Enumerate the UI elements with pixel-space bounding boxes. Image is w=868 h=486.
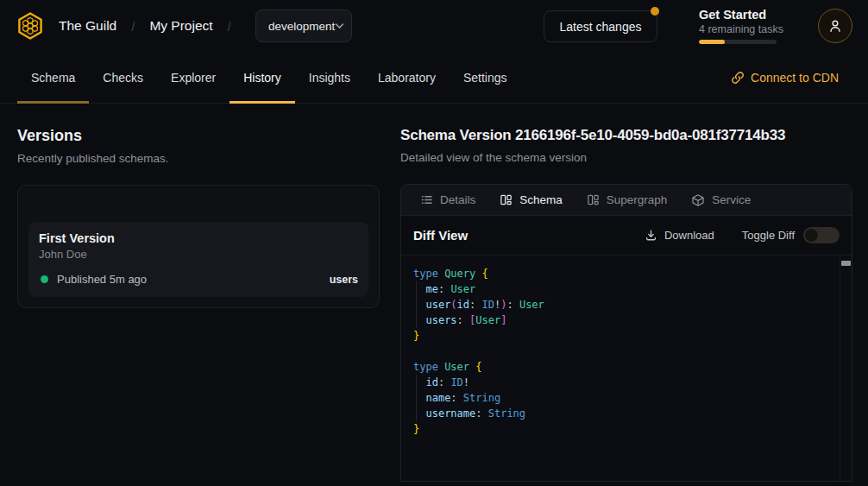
version-detail-card: DetailsSchemaSupergraphService Diff View… xyxy=(400,184,852,482)
nav-tab-label: History xyxy=(243,71,281,85)
get-started-subtitle: 4 remaining tasks xyxy=(699,23,783,35)
code-line xyxy=(413,344,829,359)
get-started-widget[interactable]: Get Started 4 remaining tasks xyxy=(699,8,783,44)
service-name-badge: users xyxy=(330,274,358,286)
breadcrumb-org[interactable]: The Guild xyxy=(59,18,116,34)
versions-panel: Versions Recently published schemas. Fir… xyxy=(17,104,380,308)
connect-cdn-label: Connect to CDN xyxy=(751,71,839,85)
versions-subtitle: Recently published schemas. xyxy=(17,152,380,165)
diff-view-header: Diff View Download Toggle Diff xyxy=(401,216,852,256)
primary-nav-items: SchemaChecksExplorerHistoryInsightsLabor… xyxy=(17,52,521,104)
detail-tab-label: Service xyxy=(712,193,751,206)
columns-icon xyxy=(587,193,600,206)
published-status-dot xyxy=(41,275,48,283)
code-line: } xyxy=(413,421,829,437)
toggle-diff-label: Toggle Diff xyxy=(742,229,795,242)
nav-tab-label: Insights xyxy=(309,71,350,85)
app-header: The Guild / My Project / development Lat… xyxy=(0,0,868,52)
toggle-diff-switch[interactable] xyxy=(803,227,840,243)
nav-tab-schema[interactable]: Schema xyxy=(17,52,89,104)
download-icon xyxy=(645,229,657,242)
code-lines: type Query { me: User user(id: ID!): Use… xyxy=(401,256,852,447)
version-author: John Doe xyxy=(39,248,358,261)
person-icon xyxy=(827,18,843,34)
list-icon xyxy=(420,193,433,206)
version-list: First VersionJohn DoePublished 5m agouse… xyxy=(28,222,368,297)
code-line: } xyxy=(413,328,829,344)
versions-card: First VersionJohn DoePublished 5m agouse… xyxy=(17,185,380,308)
code-line: name: String xyxy=(413,390,829,406)
breadcrumb-separator: / xyxy=(228,19,231,34)
indent-guide xyxy=(416,390,417,406)
detail-tab-details[interactable]: Details xyxy=(420,193,475,206)
avatar[interactable] xyxy=(818,9,852,43)
nav-tab-history[interactable]: History xyxy=(230,52,295,104)
version-detail-subtitle: Detailed view of the schema version xyxy=(400,151,852,164)
detail-tab-label: Supergraph xyxy=(607,193,668,206)
code-line: me: User xyxy=(413,281,829,297)
breadcrumb: The Guild / My Project / xyxy=(59,0,231,52)
nav-tab-laboratory[interactable]: Laboratory xyxy=(364,52,450,104)
schema-code-editor[interactable]: type Query { me: User user(id: ID!): Use… xyxy=(401,256,852,481)
nav-tab-insights[interactable]: Insights xyxy=(295,52,364,104)
cube-icon xyxy=(691,193,705,207)
columns-icon xyxy=(500,193,513,206)
notification-dot xyxy=(651,7,659,16)
version-name: First Version xyxy=(39,231,358,245)
nav-tab-label: Checks xyxy=(103,71,143,85)
connect-cdn-link[interactable]: Connect to CDN xyxy=(731,52,839,104)
detail-tabs: DetailsSchemaSupergraphService xyxy=(401,185,852,216)
nav-tab-label: Explorer xyxy=(171,71,216,85)
target-selector-value: development xyxy=(268,20,335,33)
scrollbar-thumb[interactable] xyxy=(841,261,851,266)
indent-guide xyxy=(416,375,417,390)
get-started-progress-bar xyxy=(699,40,777,44)
version-list-item[interactable]: First VersionJohn DoePublished 5m agouse… xyxy=(28,222,368,297)
nav-tab-explorer[interactable]: Explorer xyxy=(157,52,230,104)
get-started-title: Get Started xyxy=(699,8,783,22)
download-label: Download xyxy=(664,229,714,242)
detail-tab-supergraph[interactable]: Supergraph xyxy=(587,193,668,206)
indent-guide xyxy=(416,312,417,328)
versions-title: Versions xyxy=(17,127,380,145)
code-line: id: ID! xyxy=(413,375,829,390)
code-line: user(id: ID!): User xyxy=(413,297,829,312)
latest-changes-label: Latest changes xyxy=(560,20,642,34)
version-detail-panel: Schema Version 2166196f-5e10-4059-bd0a-0… xyxy=(400,104,852,482)
chevron-down-icon xyxy=(335,22,344,29)
breadcrumb-project[interactable]: My Project xyxy=(149,18,212,34)
breadcrumb-separator: / xyxy=(131,19,135,34)
vertical-scrollbar[interactable] xyxy=(840,256,852,481)
hive-logo[interactable] xyxy=(16,11,45,41)
nav-tab-checks[interactable]: Checks xyxy=(89,52,157,104)
diff-view-title: Diff View xyxy=(413,228,468,243)
version-detail-title: Schema Version 2166196f-5e10-4059-bd0a-0… xyxy=(400,127,852,144)
app: The Guild / My Project / development Lat… xyxy=(0,0,868,486)
toggle-diff-knob xyxy=(805,229,818,242)
version-status: Published 5m ago xyxy=(57,273,147,286)
detail-tab-label: Details xyxy=(440,193,475,206)
indent-guide xyxy=(416,406,417,421)
target-selector[interactable]: development xyxy=(255,9,352,42)
get-started-progress-fill xyxy=(699,40,725,44)
detail-tab-label: Schema xyxy=(519,193,563,206)
nav-tab-label: Settings xyxy=(463,71,507,85)
indent-guide xyxy=(416,281,417,297)
nav-tab-label: Laboratory xyxy=(378,71,436,85)
diff-view-actions: Download Toggle Diff xyxy=(645,227,840,243)
download-button[interactable]: Download xyxy=(645,229,714,242)
code-line: type User { xyxy=(413,359,829,375)
code-line: users: [User] xyxy=(413,312,829,328)
detail-tab-service[interactable]: Service xyxy=(691,193,751,207)
link-icon xyxy=(731,71,745,85)
detail-tab-schema[interactable]: Schema xyxy=(500,193,563,206)
primary-nav: SchemaChecksExplorerHistoryInsightsLabor… xyxy=(0,52,868,104)
code-line: username: String xyxy=(413,406,829,421)
latest-changes-button[interactable]: Latest changes xyxy=(544,10,657,42)
nav-tab-settings[interactable]: Settings xyxy=(450,52,521,104)
nav-tab-label: Schema xyxy=(31,71,75,85)
indent-guide xyxy=(416,297,417,312)
code-line: type Query { xyxy=(413,266,829,281)
version-status-row: Published 5m agousers xyxy=(39,273,358,286)
